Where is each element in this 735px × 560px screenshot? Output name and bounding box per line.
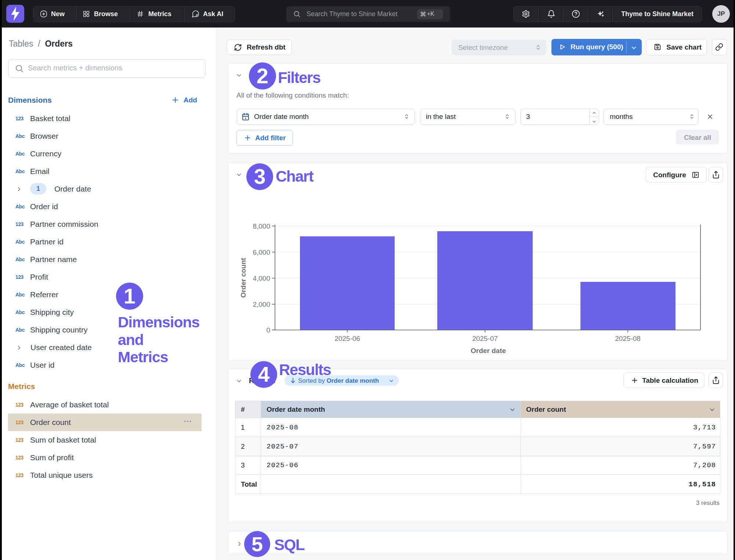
svg-text:4,000: 4,000 [253,274,270,282]
svg-text:2025-07: 2025-07 [472,335,498,342]
svg-text:2,000: 2,000 [253,301,270,308]
svg-text:8,000: 8,000 [253,222,270,230]
svg-text:Order date: Order date [471,347,506,354]
svg-text:6,000: 6,000 [253,248,270,256]
svg-text:Order count: Order count [239,258,247,298]
svg-text:2025-08: 2025-08 [615,335,641,342]
svg-text:2025-06: 2025-06 [334,335,360,342]
svg-text:0: 0 [266,326,270,334]
